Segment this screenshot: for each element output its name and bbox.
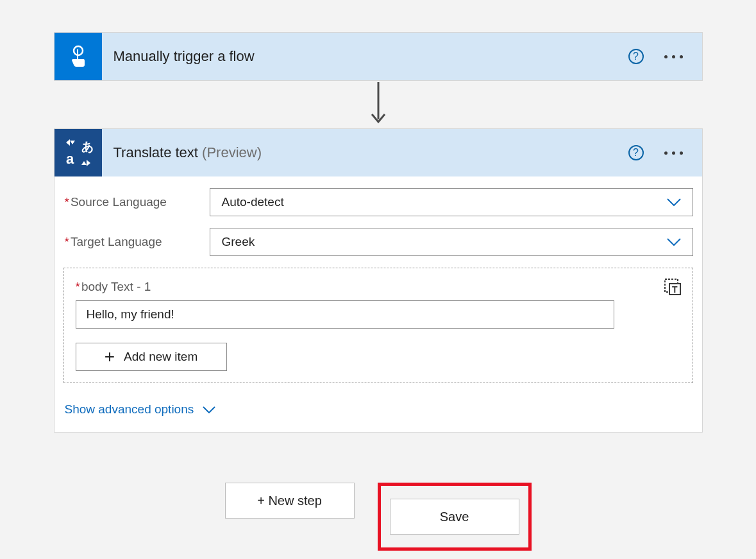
dynamic-content-icon[interactable]: T bbox=[664, 279, 681, 295]
translator-icon: あ a bbox=[63, 138, 93, 168]
manual-trigger-icon bbox=[55, 33, 102, 80]
preview-label: (Preview) bbox=[202, 144, 262, 160]
action-title-text: Translate text bbox=[113, 144, 203, 160]
save-highlight: Save bbox=[378, 483, 532, 551]
source-language-row: *Source Language Auto-detect bbox=[63, 188, 693, 216]
trigger-actions: ? bbox=[628, 49, 702, 64]
add-item-label: Add new item bbox=[124, 350, 197, 364]
trigger-card[interactable]: Manually trigger a flow ? bbox=[54, 32, 703, 81]
chevron-down-icon bbox=[667, 198, 681, 206]
target-language-label: *Target Language bbox=[63, 235, 210, 249]
chevron-down-icon bbox=[667, 238, 681, 246]
action-header[interactable]: あ a Translate text (Preview) ? bbox=[55, 129, 702, 176]
add-new-item-button[interactable]: + Add new item bbox=[76, 343, 227, 371]
trigger-title: Manually trigger a flow bbox=[102, 48, 628, 65]
body-item-header: *body Text - 1 T bbox=[76, 279, 681, 295]
translate-icon: あ a bbox=[55, 129, 102, 176]
source-language-value: Auto-detect bbox=[222, 195, 284, 209]
action-body: *Source Language Auto-detect *Target Lan… bbox=[55, 176, 702, 432]
body-text-input[interactable]: Hello, my friend! bbox=[76, 300, 614, 329]
chevron-down-icon bbox=[203, 406, 215, 413]
target-language-row: *Target Language Greek bbox=[63, 228, 693, 256]
svg-text:a: a bbox=[66, 151, 74, 167]
advanced-options-label: Show advanced options bbox=[65, 402, 194, 417]
target-language-select[interactable]: Greek bbox=[210, 228, 693, 256]
more-menu-icon[interactable] bbox=[662, 53, 685, 61]
show-advanced-options[interactable]: Show advanced options bbox=[63, 402, 693, 417]
trigger-header: Manually trigger a flow ? bbox=[55, 33, 702, 80]
more-menu-icon[interactable] bbox=[662, 149, 685, 157]
body-items-container: *body Text - 1 T Hello, my friend! + Add… bbox=[63, 268, 693, 383]
help-icon[interactable]: ? bbox=[628, 49, 644, 64]
body-text-label: *body Text - 1 bbox=[76, 280, 151, 294]
translate-action-card: あ a Translate text (Preview) ? *Source L… bbox=[54, 128, 703, 433]
flow-footer-buttons: + New step Save bbox=[54, 483, 703, 551]
new-step-button[interactable]: + New step bbox=[225, 483, 355, 519]
svg-text:あ: あ bbox=[81, 140, 93, 153]
connector-arrow bbox=[54, 82, 703, 127]
arrow-down-icon bbox=[369, 82, 387, 127]
save-button[interactable]: Save bbox=[390, 499, 519, 535]
plus-icon: + bbox=[105, 348, 115, 366]
source-language-select[interactable]: Auto-detect bbox=[210, 188, 693, 216]
body-text-value: Hello, my friend! bbox=[87, 307, 174, 322]
help-icon[interactable]: ? bbox=[628, 145, 644, 160]
touch-icon bbox=[65, 44, 91, 69]
flow-designer: Manually trigger a flow ? あ a bbox=[54, 32, 703, 551]
target-language-value: Greek bbox=[222, 235, 255, 249]
source-language-label: *Source Language bbox=[63, 195, 210, 209]
action-title: Translate text (Preview) bbox=[102, 144, 628, 161]
svg-text:T: T bbox=[672, 284, 678, 295]
action-header-actions: ? bbox=[628, 145, 702, 160]
